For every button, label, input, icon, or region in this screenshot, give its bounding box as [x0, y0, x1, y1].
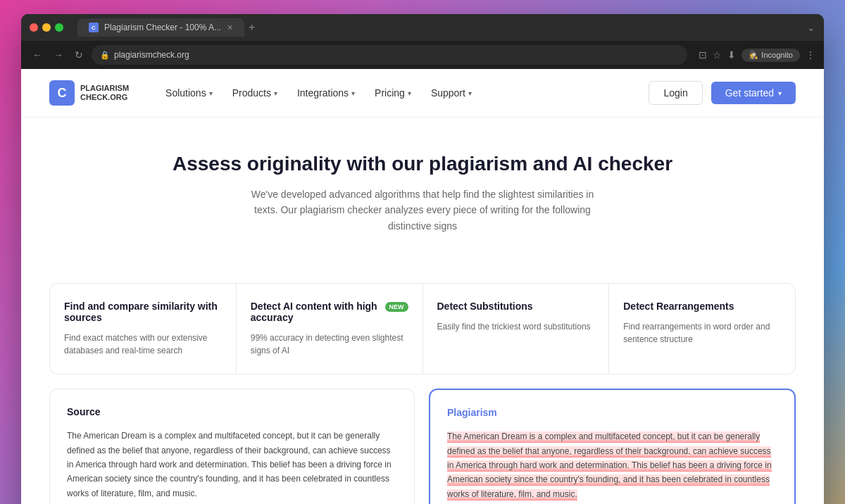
highlight-text: The American Dream is a complex and mult…: [447, 431, 772, 500]
back-button[interactable]: ←: [30, 46, 45, 63]
active-tab[interactable]: C Plagiarism Checker - 100% A... ✕: [77, 18, 244, 37]
nav-products[interactable]: Products ▾: [224, 82, 286, 104]
tab-bar: C Plagiarism Checker - 100% A... ✕ +: [77, 18, 801, 37]
minimize-window-button[interactable]: [42, 23, 51, 32]
bookmark-icon[interactable]: ☆: [713, 49, 722, 61]
feature-card-text: Find exact matches with our extensive da…: [64, 332, 222, 357]
browser-titlebar: C Plagiarism Checker - 100% A... ✕ + ⌄: [21, 14, 824, 41]
login-button[interactable]: Login: [649, 81, 702, 105]
nav-actions: Login Get started ▾: [649, 81, 796, 105]
hero-title: Assess originality with our plagiarism a…: [49, 153, 796, 175]
logo-text: PLAGIARISM CHECK.ORG: [80, 84, 129, 102]
nav-integrations[interactable]: Integrations ▾: [289, 82, 363, 104]
plagiarism-panel-title: Plagiarism: [447, 407, 777, 418]
feature-card-similarity: Find and compare similarity with sources…: [50, 284, 237, 374]
chevron-down-icon: ▾: [468, 89, 472, 97]
toolbar-actions: ⊡ ☆ ⬇ 🕵 Incognito ⋮: [699, 49, 815, 62]
tab-close-button[interactable]: ✕: [227, 23, 233, 32]
download-icon[interactable]: ⬇: [727, 49, 736, 61]
chevron-down-icon: ▾: [778, 89, 782, 97]
tab-favicon: C: [89, 23, 99, 32]
reload-button[interactable]: ↻: [72, 46, 86, 63]
navbar: C PLAGIARISM CHECK.ORG Solutions ▾ Produ…: [21, 69, 824, 118]
demo-section: Source The American Dream is a complex a…: [49, 389, 796, 504]
feature-card-text: 99% accuracy in detecting even slightest…: [251, 332, 408, 357]
chevron-down-icon: ▾: [209, 89, 213, 97]
new-tab-button[interactable]: +: [249, 21, 255, 34]
cast-icon[interactable]: ⊡: [699, 49, 707, 61]
forward-button[interactable]: →: [51, 46, 66, 63]
hero-section: Assess originality with our plagiarism a…: [21, 118, 824, 283]
source-panel-text: The American Dream is a complex and mult…: [67, 429, 397, 500]
chevron-down-icon: ▾: [351, 89, 355, 97]
maximize-window-button[interactable]: [55, 23, 63, 32]
feature-card-title: Detect Substitutions: [437, 301, 595, 312]
source-panel: Source The American Dream is a complex a…: [49, 389, 415, 504]
logo[interactable]: C PLAGIARISM CHECK.ORG: [49, 80, 129, 106]
window-controls: ⌄: [807, 22, 815, 33]
incognito-label: Incognito: [761, 51, 793, 59]
feature-card-text: Easily find the trickiest word substitut…: [437, 320, 595, 333]
plagiarism-highlighted-text: The American Dream is a complex and mult…: [447, 429, 777, 501]
website-content: C PLAGIARISM CHECK.ORG Solutions ▾ Produ…: [21, 69, 824, 504]
feature-card-title: Detect Rearrangements: [623, 301, 781, 312]
feature-card-ai: Detect AI content with high accuracy NEW…: [237, 284, 423, 374]
feature-card-rearrangements: Detect Rearrangements Find rearrangement…: [609, 284, 795, 374]
incognito-badge: 🕵 Incognito: [741, 49, 800, 62]
feature-card-title: Find and compare similarity with sources: [64, 301, 222, 323]
feature-card-text: Find rearrangements in word order and se…: [623, 320, 781, 346]
chevron-down-icon: ▾: [408, 89, 411, 97]
nav-links: Solutions ▾ Products ▾ Integrations ▾ Pr…: [157, 82, 649, 104]
source-panel-title: Source: [67, 406, 397, 417]
incognito-icon: 🕵: [749, 51, 758, 60]
logo-icon: C: [49, 80, 75, 106]
lock-icon: 🔒: [100, 51, 110, 60]
chevron-down-icon: ▾: [274, 89, 277, 97]
plagiarism-panel: Plagiarism The American Dream is a compl…: [429, 389, 796, 504]
close-window-button[interactable]: [30, 23, 38, 32]
address-bar[interactable]: 🔒 plagiarismcheck.org: [92, 45, 687, 65]
tab-title: Plagiarism Checker - 100% A...: [104, 23, 221, 32]
browser-toolbar: ← → ↻ 🔒 plagiarismcheck.org ⊡ ☆ ⬇ 🕵 Inco…: [21, 41, 824, 69]
hero-subtitle: We've developed advanced algorithms that…: [246, 187, 599, 234]
nav-support[interactable]: Support ▾: [423, 82, 480, 104]
feature-card-title: Detect AI content with high accuracy NEW: [251, 301, 408, 323]
get-started-button[interactable]: Get started ▾: [711, 82, 796, 104]
new-badge: NEW: [385, 302, 408, 312]
menu-icon[interactable]: ⋮: [806, 49, 815, 61]
feature-card-substitutions: Detect Substitutions Easily find the tri…: [423, 284, 610, 374]
feature-cards: Find and compare similarity with sources…: [49, 283, 796, 374]
nav-solutions[interactable]: Solutions ▾: [157, 82, 221, 104]
nav-pricing[interactable]: Pricing ▾: [366, 82, 420, 104]
url-text: plagiarismcheck.org: [114, 50, 189, 60]
traffic-lights: [30, 23, 63, 32]
